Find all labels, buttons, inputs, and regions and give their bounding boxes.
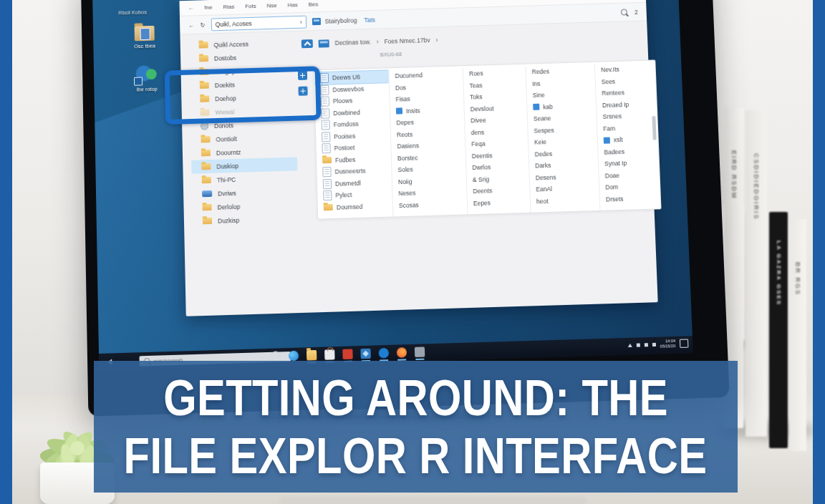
frame-border-left <box>0 0 12 504</box>
desktop-icon-label: Ibe rotop <box>124 85 170 93</box>
breadcrumb-segment[interactable]: Foes Nmec.17bv <box>384 37 430 45</box>
breadcrumb-segment[interactable]: Dectinas tow. <box>334 39 371 47</box>
search-icon[interactable] <box>621 9 627 15</box>
store-icon[interactable] <box>324 349 334 360</box>
address-bar[interactable]: Quikl, Acoses › <box>211 15 307 31</box>
menu-item[interactable]: Bes <box>308 1 318 7</box>
file-row[interactable]: Scosas <box>393 198 468 212</box>
tray-icon[interactable] <box>636 343 640 346</box>
file-column: Ducunend Dos Fisas Insits Depes Reots Da… <box>388 68 468 216</box>
ribbon-icon[interactable] <box>312 18 320 25</box>
file-column: Roes Teas Toks Devslout Divee dens Feqa … <box>463 67 531 215</box>
app-icon <box>396 108 402 115</box>
book-spine: LA GAZRA GSES <box>769 212 788 448</box>
app-red-icon[interactable] <box>342 349 352 359</box>
file-row[interactable]: Doumsed <box>318 200 393 214</box>
file-list: Deews U6 Doswevbos Ploows Dowbined Fomdo… <box>314 59 662 219</box>
document-icon <box>323 190 332 200</box>
chevron-right-icon: › <box>377 38 379 45</box>
address-value: Quikl, Acoses <box>215 19 251 27</box>
tray-chevron-icon[interactable] <box>627 343 632 346</box>
folder-icon <box>201 136 210 142</box>
ribbon-label[interactable]: Stairybolrog <box>324 16 357 24</box>
tray-icon[interactable] <box>652 342 655 346</box>
app-icon <box>604 137 610 143</box>
keyboard-hint <box>279 497 587 504</box>
folder-icon <box>201 150 211 156</box>
folder-icon <box>199 42 208 48</box>
document-icon <box>322 167 331 177</box>
menu-item[interactable]: Nse <box>266 2 276 9</box>
file-explorer-icon[interactable] <box>307 350 317 361</box>
folder-icon <box>202 204 211 210</box>
folder-with-document-icon <box>135 26 155 42</box>
chevron-right-icon: › <box>435 37 438 44</box>
folder-icon <box>202 177 211 183</box>
back-icon[interactable]: ← <box>188 21 195 29</box>
edge-tab-icon[interactable] <box>379 348 389 359</box>
document-icon <box>322 132 330 142</box>
cortana-icon[interactable] <box>271 351 281 362</box>
drive-icon <box>202 190 212 197</box>
firefox-icon[interactable] <box>397 347 407 358</box>
screen: Rbcil Kobos Osc tbea Ibe rotop ← fne Ria… <box>92 0 693 371</box>
folder-icon <box>322 157 332 163</box>
frame-border-right <box>813 0 825 504</box>
file-column: Redes Ins Sine kab Seane Sespes Keie Ded… <box>525 64 600 213</box>
book-spine: CSDIDIEDOIRIS <box>746 110 767 437</box>
title-banner: GETTING AROUND: THE FILE EXPLOR R INTERF… <box>94 361 738 493</box>
book-spine-text: BR RGS <box>794 262 801 296</box>
book-spine-text: CSDIDIEDOIRIS <box>753 153 760 220</box>
tray-icon[interactable] <box>644 343 647 346</box>
refresh-icon[interactable]: ↻ <box>200 21 205 28</box>
help-count: 2 <box>635 8 638 15</box>
edge-icon[interactable] <box>289 351 299 362</box>
menu-item[interactable]: Fots <box>245 3 256 9</box>
annotation-highlight-box <box>165 66 322 125</box>
file-row[interactable]: heot <box>531 193 601 207</box>
book-spine-text: EIRD RSDM <box>730 150 738 200</box>
navigation-pane: Quikl Access Dostobs Dusgayo Doekits Doe… <box>189 36 299 228</box>
menu-item[interactable]: fne <box>204 4 212 11</box>
folder-icon <box>201 163 211 170</box>
document-icon <box>321 97 329 107</box>
desktop-corner-label: Rbcil Kobos <box>118 9 147 16</box>
sidebar-item[interactable]: Duzkisp <box>193 211 299 228</box>
notification-icon[interactable] <box>680 339 689 347</box>
tray-clock[interactable]: 14:04 05/15/20 <box>660 339 675 349</box>
desktop-icon-documents[interactable]: Osc tbea <box>122 25 168 49</box>
back-arrow-icon[interactable]: ← <box>188 5 193 11</box>
folder-icon <box>324 204 333 210</box>
chevron-right-icon: › <box>300 18 302 25</box>
desktop-icon-app[interactable]: Ibe rotop <box>124 65 170 94</box>
photos-icon[interactable] <box>360 349 370 359</box>
monitor: Rbcil Kobos Osc tbea Ibe rotop ← fne Ria… <box>81 0 730 417</box>
desktop-icon-label: Osc tbea <box>122 42 168 50</box>
app-icon <box>533 104 539 110</box>
breadcrumb-sub-label: BXU0-68 <box>380 51 402 58</box>
banner-title-line2: FILE EXPLOR R INTERFACE <box>124 427 708 485</box>
taskbar-icons <box>271 346 425 362</box>
banner-title-line1: GETTING AROUND: THE <box>163 369 668 427</box>
ribbon-tab[interactable]: Tats <box>364 16 375 23</box>
folder-icon <box>199 55 208 62</box>
folder-icon <box>203 218 212 224</box>
file-column: Deews U6 Doswevbos Ploows Dowbined Fomdo… <box>314 70 392 218</box>
document-icon <box>323 179 332 189</box>
file-row[interactable]: Eepes <box>468 195 531 209</box>
document-icon <box>322 143 330 153</box>
book-spine: BR RGS <box>789 219 806 451</box>
book-spine-text: LA GAZRA GSES <box>776 241 782 306</box>
up-folder-icon[interactable] <box>301 39 313 48</box>
menu-item[interactable]: Has <box>287 1 297 8</box>
document-icon <box>320 73 329 83</box>
location-icon <box>319 39 329 47</box>
system-tray[interactable]: 14:04 05/15/20 <box>627 338 688 350</box>
document-icon <box>320 84 329 94</box>
menu-item[interactable]: Rias <box>223 4 234 10</box>
breadcrumb: Dectinas tow. › Foes Nmec.17bv › <box>301 36 438 48</box>
app-gray-icon[interactable] <box>415 346 425 357</box>
file-row[interactable]: Drsets <box>600 192 662 205</box>
document-icon <box>322 120 330 130</box>
document-icon <box>321 108 329 118</box>
